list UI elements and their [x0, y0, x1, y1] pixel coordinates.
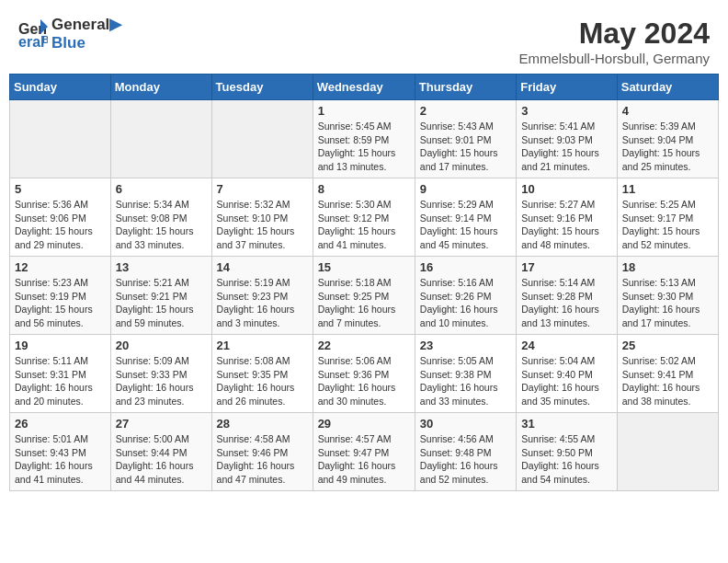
week-row-1: 1Sunrise: 5:45 AM Sunset: 8:59 PM Daylig…: [10, 100, 719, 178]
day-number: 13: [116, 260, 207, 274]
day-cell: 23Sunrise: 5:05 AM Sunset: 9:38 PM Dayli…: [415, 335, 516, 413]
weekday-header-tuesday: Tuesday: [211, 75, 313, 100]
day-number: 3: [521, 104, 612, 118]
day-number: 2: [420, 104, 511, 118]
day-number: 11: [622, 182, 713, 196]
day-cell: 8Sunrise: 5:30 AM Sunset: 9:12 PM Daylig…: [313, 178, 415, 257]
day-info: Sunrise: 5:13 AM Sunset: 9:30 PM Dayligh…: [622, 276, 713, 330]
location-title: Emmelsbull-Horsbull, Germany: [518, 51, 710, 66]
day-number: 17: [521, 260, 612, 274]
day-cell: [110, 100, 211, 178]
day-info: Sunrise: 5:21 AM Sunset: 9:21 PM Dayligh…: [116, 276, 207, 330]
day-number: 29: [318, 417, 410, 431]
day-info: Sunrise: 4:56 AM Sunset: 9:48 PM Dayligh…: [420, 432, 511, 487]
day-cell: 14Sunrise: 5:19 AM Sunset: 9:23 PM Dayli…: [211, 257, 313, 335]
day-cell: 26Sunrise: 5:01 AM Sunset: 9:43 PM Dayli…: [10, 413, 111, 491]
day-number: 19: [15, 339, 106, 352]
day-cell: 29Sunrise: 4:57 AM Sunset: 9:47 PM Dayli…: [313, 413, 415, 491]
logo-blue-text: Blue: [51, 34, 85, 52]
day-cell: 25Sunrise: 5:02 AM Sunset: 9:41 PM Dayli…: [617, 335, 718, 413]
day-cell: 19Sunrise: 5:11 AM Sunset: 9:31 PM Dayli…: [10, 335, 111, 413]
week-row-5: 26Sunrise: 5:01 AM Sunset: 9:43 PM Dayli…: [10, 413, 719, 491]
day-number: 12: [15, 260, 106, 274]
day-number: 5: [15, 182, 106, 196]
day-number: 30: [420, 417, 511, 431]
day-number: 28: [217, 417, 308, 431]
day-number: 25: [622, 339, 713, 352]
day-info: Sunrise: 5:36 AM Sunset: 9:06 PM Dayligh…: [15, 198, 106, 252]
day-cell: 18Sunrise: 5:13 AM Sunset: 9:30 PM Dayli…: [617, 257, 718, 335]
day-info: Sunrise: 4:55 AM Sunset: 9:50 PM Dayligh…: [521, 432, 612, 487]
day-cell: 16Sunrise: 5:16 AM Sunset: 9:26 PM Dayli…: [415, 257, 516, 335]
day-info: Sunrise: 5:39 AM Sunset: 9:04 PM Dayligh…: [622, 120, 713, 174]
day-info: Sunrise: 5:45 AM Sunset: 8:59 PM Dayligh…: [318, 120, 410, 174]
day-cell: 9Sunrise: 5:29 AM Sunset: 9:14 PM Daylig…: [415, 178, 516, 257]
day-cell: [617, 413, 718, 491]
weekday-header-sunday: Sunday: [10, 75, 111, 100]
day-info: Sunrise: 5:14 AM Sunset: 9:28 PM Dayligh…: [521, 276, 612, 330]
day-info: Sunrise: 5:25 AM Sunset: 9:17 PM Dayligh…: [622, 198, 713, 252]
day-cell: 11Sunrise: 5:25 AM Sunset: 9:17 PM Dayli…: [617, 178, 718, 257]
day-number: 1: [318, 104, 410, 118]
weekday-header-row: SundayMondayTuesdayWednesdayThursdayFrid…: [10, 75, 719, 100]
day-cell: 1Sunrise: 5:45 AM Sunset: 8:59 PM Daylig…: [313, 100, 415, 178]
day-number: 31: [521, 417, 612, 431]
weekday-header-thursday: Thursday: [415, 75, 516, 100]
calendar-table: SundayMondayTuesdayWednesdayThursdayFrid…: [9, 74, 719, 491]
day-cell: 28Sunrise: 4:58 AM Sunset: 9:46 PM Dayli…: [211, 413, 313, 491]
page-header: Gen eral Blue General▶ Blue May 2024 Emm…: [9, 9, 719, 70]
day-cell: 27Sunrise: 5:00 AM Sunset: 9:44 PM Dayli…: [110, 413, 211, 491]
week-row-4: 19Sunrise: 5:11 AM Sunset: 9:31 PM Dayli…: [10, 335, 719, 413]
day-info: Sunrise: 5:23 AM Sunset: 9:19 PM Dayligh…: [15, 276, 106, 330]
day-info: Sunrise: 5:19 AM Sunset: 9:23 PM Dayligh…: [217, 276, 308, 330]
weekday-header-wednesday: Wednesday: [313, 75, 415, 100]
day-number: 15: [318, 260, 410, 274]
day-cell: 22Sunrise: 5:06 AM Sunset: 9:36 PM Dayli…: [313, 335, 415, 413]
day-info: Sunrise: 5:02 AM Sunset: 9:41 PM Dayligh…: [622, 354, 713, 408]
day-info: Sunrise: 5:08 AM Sunset: 9:35 PM Dayligh…: [217, 354, 308, 408]
day-info: Sunrise: 5:29 AM Sunset: 9:14 PM Dayligh…: [420, 198, 511, 252]
day-info: Sunrise: 5:05 AM Sunset: 9:38 PM Dayligh…: [420, 354, 511, 408]
day-cell: 24Sunrise: 5:04 AM Sunset: 9:40 PM Dayli…: [517, 335, 618, 413]
day-number: 18: [622, 260, 713, 274]
day-info: Sunrise: 5:00 AM Sunset: 9:44 PM Dayligh…: [116, 432, 207, 487]
day-number: 23: [420, 339, 511, 352]
day-number: 9: [420, 182, 511, 196]
day-info: Sunrise: 5:41 AM Sunset: 9:03 PM Dayligh…: [521, 120, 612, 174]
logo-icon: Gen eral Blue: [18, 17, 48, 51]
day-cell: [10, 100, 111, 178]
day-number: 20: [116, 339, 207, 352]
day-cell: 7Sunrise: 5:32 AM Sunset: 9:10 PM Daylig…: [211, 178, 313, 257]
day-cell: 17Sunrise: 5:14 AM Sunset: 9:28 PM Dayli…: [517, 257, 618, 335]
day-cell: 5Sunrise: 5:36 AM Sunset: 9:06 PM Daylig…: [10, 178, 111, 257]
day-number: 22: [318, 339, 410, 352]
day-info: Sunrise: 5:01 AM Sunset: 9:43 PM Dayligh…: [15, 432, 106, 487]
day-number: 26: [15, 417, 106, 431]
week-row-3: 12Sunrise: 5:23 AM Sunset: 9:19 PM Dayli…: [10, 257, 719, 335]
day-number: 14: [217, 260, 308, 274]
day-cell: 31Sunrise: 4:55 AM Sunset: 9:50 PM Dayli…: [517, 413, 618, 491]
day-number: 16: [420, 260, 511, 274]
day-info: Sunrise: 5:16 AM Sunset: 9:26 PM Dayligh…: [420, 276, 511, 330]
day-cell: 10Sunrise: 5:27 AM Sunset: 9:16 PM Dayli…: [517, 178, 618, 257]
day-cell: 4Sunrise: 5:39 AM Sunset: 9:04 PM Daylig…: [617, 100, 718, 178]
logo-general-text: General: [51, 16, 109, 33]
weekday-header-saturday: Saturday: [617, 75, 718, 100]
day-info: Sunrise: 5:04 AM Sunset: 9:40 PM Dayligh…: [521, 354, 612, 408]
weekday-header-monday: Monday: [110, 75, 211, 100]
day-cell: 6Sunrise: 5:34 AM Sunset: 9:08 PM Daylig…: [110, 178, 211, 257]
day-cell: 13Sunrise: 5:21 AM Sunset: 9:21 PM Dayli…: [110, 257, 211, 335]
day-cell: 12Sunrise: 5:23 AM Sunset: 9:19 PM Dayli…: [10, 257, 111, 335]
week-row-2: 5Sunrise: 5:36 AM Sunset: 9:06 PM Daylig…: [10, 178, 719, 257]
day-number: 10: [521, 182, 612, 196]
day-number: 6: [116, 182, 207, 196]
day-number: 7: [217, 182, 308, 196]
day-number: 24: [521, 339, 612, 352]
day-cell: [211, 100, 313, 178]
logo: Gen eral Blue General▶ Blue: [18, 17, 121, 52]
day-info: Sunrise: 5:18 AM Sunset: 9:25 PM Dayligh…: [318, 276, 410, 330]
day-info: Sunrise: 5:34 AM Sunset: 9:08 PM Dayligh…: [116, 198, 207, 252]
day-cell: 15Sunrise: 5:18 AM Sunset: 9:25 PM Dayli…: [313, 257, 415, 335]
day-number: 8: [318, 182, 410, 196]
day-cell: 30Sunrise: 4:56 AM Sunset: 9:48 PM Dayli…: [415, 413, 516, 491]
